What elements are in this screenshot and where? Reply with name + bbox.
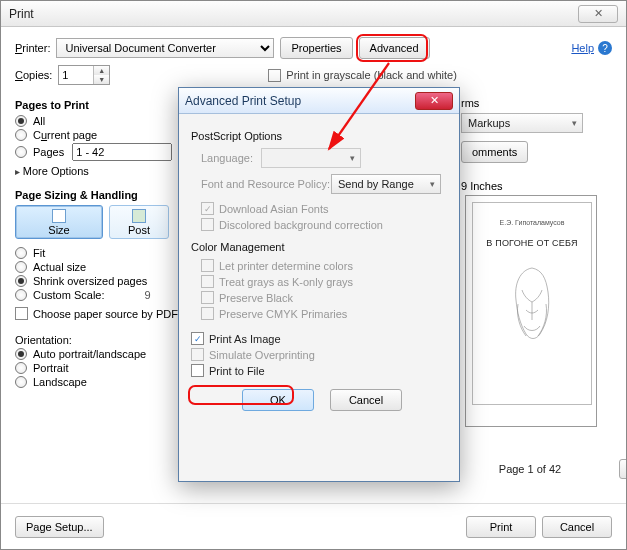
language-select: [261, 148, 361, 168]
discolored-label: Discolored background correction: [219, 219, 383, 231]
download-asian-label: Download Asian Fonts: [219, 203, 328, 215]
print-to-file-checkbox[interactable]: [191, 364, 204, 377]
page-next-button[interactable]: >: [619, 459, 627, 479]
color-mgmt-title: Color Management: [191, 241, 447, 253]
poster-icon: [132, 209, 146, 223]
markups-select-value: Markups: [468, 117, 510, 129]
advanced-print-setup-dialog: Advanced Print Setup ✕ PostScript Option…: [178, 87, 460, 482]
font-policy-value: Send by Range: [338, 178, 414, 190]
let-printer-checkbox: [201, 259, 214, 272]
let-printer-label: Let printer determine colors: [219, 260, 353, 272]
close-icon: ✕: [594, 7, 603, 20]
preserve-black-label: Preserve Black: [219, 292, 293, 304]
grayscale-label: Print in grayscale (black and white): [286, 69, 457, 81]
size-button[interactable]: Size: [15, 205, 103, 239]
radio-actual-label: Actual size: [33, 261, 86, 273]
page-setup-button[interactable]: Page Setup...: [15, 516, 104, 538]
radio-all-label: All: [33, 115, 45, 127]
modal-cancel-button[interactable]: Cancel: [330, 389, 402, 411]
window-titlebar: Print ✕: [1, 1, 626, 27]
inches-label-partial: 9 Inches: [461, 180, 503, 192]
window-close-button[interactable]: ✕: [578, 5, 618, 23]
print-as-image-checkbox[interactable]: ✓: [191, 332, 204, 345]
copies-spinner[interactable]: ▲ ▼: [58, 65, 110, 85]
grayscale-checkbox[interactable]: [268, 69, 281, 82]
poster-button[interactable]: Post: [109, 205, 169, 239]
modal-close-button[interactable]: ✕: [415, 92, 453, 110]
poster-button-label: Post: [128, 224, 150, 236]
preview-illustration: [502, 260, 562, 350]
custom-scale-value: 9: [145, 289, 151, 301]
preview-author: Е.Э. Гипоталамусов: [500, 219, 565, 226]
forms-label-partial: rms: [461, 97, 479, 109]
font-policy-label: Font and Resource Policy:: [201, 178, 331, 190]
font-policy-select[interactable]: Send by Range: [331, 174, 441, 194]
choose-paper-label: Choose paper source by PDF p: [33, 308, 187, 320]
preserve-cmyk-checkbox: [201, 307, 214, 320]
window-title: Print: [9, 7, 578, 21]
markups-select[interactable]: Markups: [461, 113, 583, 133]
help-icon[interactable]: ?: [598, 41, 612, 55]
cancel-button[interactable]: Cancel: [542, 516, 612, 538]
postscript-group-title: PostScript Options: [191, 130, 447, 142]
dialog-footer: Page Setup... Print Cancel: [1, 503, 626, 549]
radio-current-label: Current page: [33, 129, 97, 141]
radio-orient-auto-label: Auto portrait/landscape: [33, 348, 146, 360]
choose-paper-checkbox[interactable]: [15, 307, 28, 320]
modal-ok-button[interactable]: OK: [242, 389, 314, 411]
advanced-button[interactable]: Advanced: [359, 37, 430, 59]
preview-book-title: В ПОГОНЕ ОТ СЕБЯ: [486, 238, 577, 248]
help-link[interactable]: Help: [571, 42, 594, 54]
radio-orient-landscape-label: Landscape: [33, 376, 87, 388]
print-button[interactable]: Print: [466, 516, 536, 538]
preserve-cmyk-label: Preserve CMYK Primaries: [219, 308, 347, 320]
preview-page: Е.Э. Гипоталамусов В ПОГОНЕ ОТ СЕБЯ: [472, 202, 592, 405]
print-as-image-label: Print As Image: [209, 333, 281, 345]
simulate-overprint-label: Simulate Overprinting: [209, 349, 315, 361]
print-to-file-label: Print to File: [209, 365, 265, 377]
print-preview: Е.Э. Гипоталамусов В ПОГОНЕ ОТ СЕБЯ: [465, 195, 597, 427]
page-indicator: Page 1 of 42: [441, 463, 619, 475]
copies-input[interactable]: [59, 66, 93, 84]
modal-title: Advanced Print Setup: [185, 94, 415, 108]
preserve-black-checkbox: [201, 291, 214, 304]
modal-titlebar: Advanced Print Setup ✕: [179, 88, 459, 114]
comments-button-partial[interactable]: omments: [461, 141, 528, 163]
radio-pages-label: Pages: [33, 146, 64, 158]
radio-custom-label: Custom Scale:: [33, 289, 105, 301]
size-icon: [52, 209, 66, 223]
close-icon: ✕: [430, 94, 439, 107]
treat-grays-checkbox: [201, 275, 214, 288]
spinner-down-icon[interactable]: ▼: [94, 75, 109, 84]
simulate-overprint-checkbox: [191, 348, 204, 361]
spinner-up-icon[interactable]: ▲: [94, 66, 109, 75]
discolored-checkbox: [201, 218, 214, 231]
radio-fit-label: Fit: [33, 247, 45, 259]
printer-select[interactable]: Universal Document Converter: [56, 38, 274, 58]
printer-label: Printer:: [15, 42, 50, 54]
properties-button[interactable]: Properties: [280, 37, 352, 59]
download-asian-checkbox: ✓: [201, 202, 214, 215]
language-label: Language:: [201, 152, 261, 164]
size-button-label: Size: [48, 224, 69, 236]
copies-label: Copies:: [15, 69, 52, 81]
treat-grays-label: Treat grays as K-only grays: [219, 276, 353, 288]
radio-orient-portrait-label: Portrait: [33, 362, 68, 374]
radio-shrink-label: Shrink oversized pages: [33, 275, 147, 287]
pages-range-input[interactable]: [72, 143, 172, 161]
